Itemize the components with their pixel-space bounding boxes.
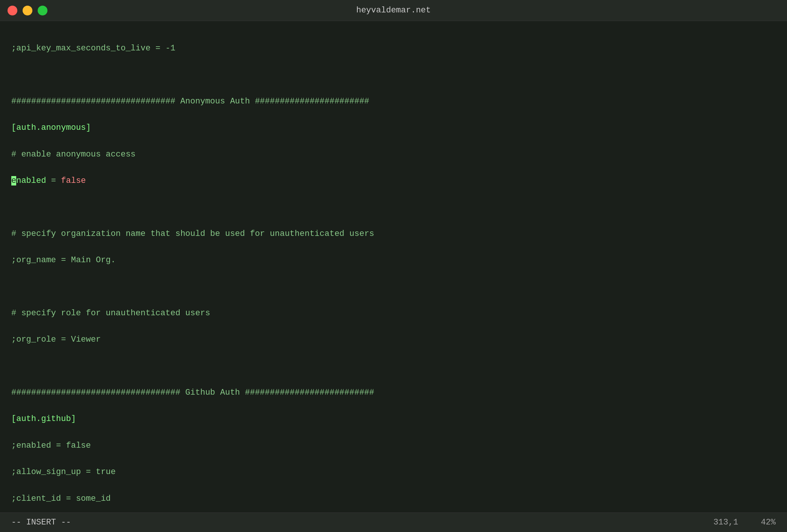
line-org-name: ;org_name = Main Org.: [11, 254, 776, 267]
line-blank-4: [11, 360, 776, 373]
status-position: 313,1: [713, 518, 738, 527]
line-anon-header: ################################# Anonym…: [11, 95, 776, 108]
line-anon-comment: # enable anonymous access: [11, 148, 776, 161]
line-enabled: enabled = false: [11, 174, 776, 187]
line-1: ;api_key_max_seconds_to_live = -1: [11, 42, 776, 55]
line-blank-2: [11, 201, 776, 214]
window-title: heyvaldemar.net: [356, 6, 431, 15]
traffic-lights: [8, 6, 47, 15]
minimize-button[interactable]: [23, 6, 32, 15]
line-specify-role-comment: # specify role for unauthenticated users: [11, 307, 776, 320]
line-org-role: ;org_role = Viewer: [11, 333, 776, 346]
line-anon-section: [auth.anonymous]: [11, 121, 776, 134]
close-button[interactable]: [8, 6, 17, 15]
line-blank-1: [11, 68, 776, 82]
line-specify-org-comment: # specify organization name that should …: [11, 227, 776, 240]
line-github-signup: ;allow_sign_up = true: [11, 465, 776, 479]
line-github-section: [auth.github]: [11, 412, 776, 426]
status-bar: -- INSERT -- 313,1 42%: [0, 512, 787, 532]
status-mode: -- INSERT --: [11, 518, 71, 527]
line-github-client-id: ;client_id = some_id: [11, 492, 776, 505]
status-percent: 42%: [761, 518, 776, 527]
line-blank-3: [11, 280, 776, 293]
title-bar: heyvaldemar.net: [0, 0, 787, 21]
line-github-enabled: ;enabled = false: [11, 439, 776, 452]
line-github-header: ################################## Githu…: [11, 386, 776, 399]
editor-content[interactable]: ;api_key_max_seconds_to_live = -1 ######…: [0, 21, 787, 512]
maximize-button[interactable]: [38, 6, 47, 15]
